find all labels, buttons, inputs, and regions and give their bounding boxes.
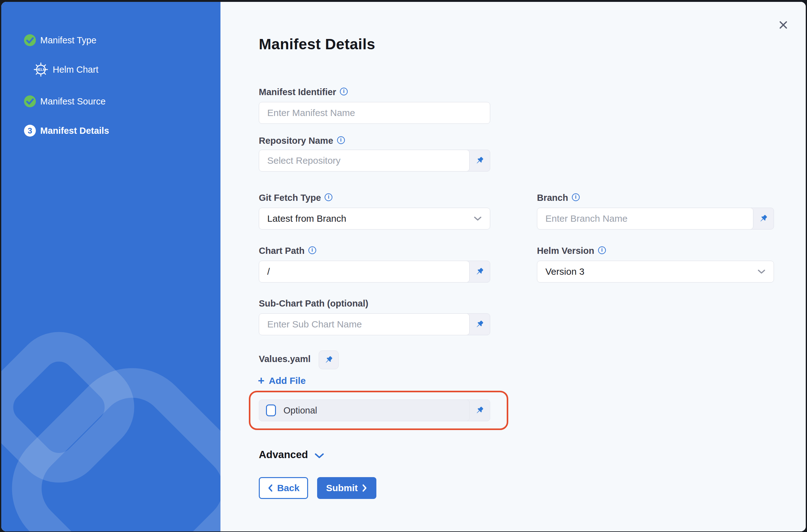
- info-icon[interactable]: i: [325, 193, 332, 201]
- sidebar-step-manifest-source[interactable]: Manifest Source: [24, 95, 106, 107]
- chevron-down-icon: [314, 453, 324, 459]
- plus-icon: +: [258, 376, 265, 385]
- step-complete-icon: [24, 95, 36, 107]
- sub-chart-path-input[interactable]: [259, 314, 469, 335]
- add-file-button[interactable]: + Add File: [258, 376, 306, 386]
- sidebar-step-manifest-type[interactable]: Manifest Type: [24, 34, 96, 46]
- branch-field: [537, 208, 774, 229]
- optional-checkbox[interactable]: [266, 404, 276, 416]
- svg-text:HELM: HELM: [36, 68, 45, 71]
- sidebar-substep-helm-chart: HELM Helm Chart: [33, 62, 98, 77]
- manifest-details-panel: Manifest Details Manifest Identifier i R…: [220, 2, 806, 531]
- step-complete-icon: [24, 34, 36, 46]
- page-title: Manifest Details: [259, 36, 375, 53]
- info-icon[interactable]: i: [340, 88, 348, 95]
- substep-label: Helm Chart: [53, 64, 98, 75]
- step-number-badge: 3: [24, 125, 36, 137]
- harness-logo-watermark: [1, 311, 220, 531]
- step-label: Manifest Type: [40, 35, 96, 45]
- optional-field: Optional: [259, 399, 469, 421]
- repository-name-input[interactable]: [259, 150, 469, 172]
- sidebar-step-manifest-details[interactable]: 3 Manifest Details: [24, 125, 109, 137]
- values-yaml-label: Values.yaml: [259, 354, 311, 364]
- chevron-down-icon: [474, 216, 482, 221]
- optional-field-row: Optional: [259, 399, 490, 421]
- wizard-sidebar: Manifest Type HELM Helm Chart: [1, 2, 220, 531]
- chevron-left-icon: [268, 484, 273, 492]
- step-label: Manifest Source: [40, 96, 106, 107]
- helm-version-select[interactable]: Version 3: [537, 261, 774, 283]
- manifest-wizard-modal: Manifest Type HELM Helm Chart: [1, 2, 806, 531]
- helm-wheel-icon: HELM: [33, 62, 49, 77]
- info-icon[interactable]: i: [337, 136, 345, 144]
- git-fetch-type-select[interactable]: Latest from Branch: [259, 208, 490, 229]
- manifest-identifier-field: [259, 102, 490, 124]
- pin-icon: [324, 355, 334, 365]
- chart-path-field: [259, 261, 490, 283]
- close-icon[interactable]: [776, 17, 791, 33]
- optional-checkbox-label: Optional: [284, 405, 317, 416]
- info-icon[interactable]: i: [308, 246, 316, 254]
- step-label: Manifest Details: [40, 126, 109, 136]
- info-icon[interactable]: i: [598, 246, 606, 254]
- values-yaml-pin-button[interactable]: [319, 350, 339, 369]
- sub-chart-path-field: [259, 314, 490, 335]
- back-button[interactable]: Back: [259, 477, 308, 499]
- branch-label: Branch i: [537, 192, 580, 203]
- helm-version-label: Helm Version i: [537, 245, 606, 256]
- repository-name-field: [259, 150, 490, 172]
- chart-path-label: Chart Path i: [259, 245, 316, 256]
- chevron-right-icon: [362, 484, 367, 492]
- advanced-toggle[interactable]: Advanced: [259, 449, 324, 461]
- git-fetch-type-label: Git Fetch Type i: [259, 192, 332, 203]
- info-icon[interactable]: i: [572, 193, 580, 201]
- branch-input[interactable]: [537, 208, 753, 229]
- manifest-identifier-label: Manifest Identifier i: [259, 87, 348, 97]
- repository-name-label: Repository Name i: [259, 135, 345, 146]
- chart-path-input[interactable]: [259, 261, 469, 283]
- chevron-down-icon: [757, 269, 766, 274]
- sub-chart-path-label: Sub-Chart Path (optional): [259, 298, 368, 309]
- submit-button[interactable]: Submit: [317, 477, 377, 499]
- manifest-identifier-input[interactable]: [259, 102, 490, 124]
